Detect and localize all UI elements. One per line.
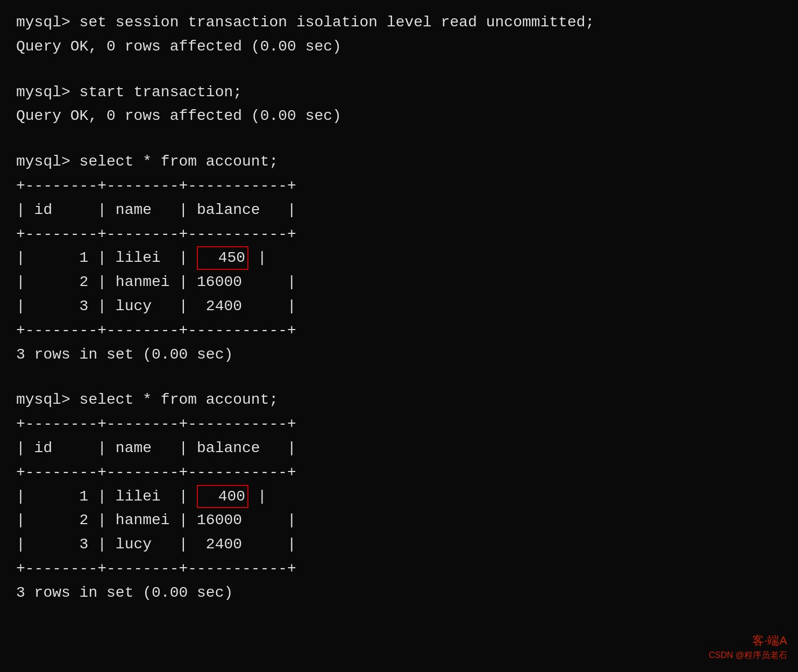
- table2-border-mid: +--------+--------+-----------+: [16, 461, 782, 485]
- cmd-select-1: mysql> select * from account;: [16, 150, 782, 174]
- watermark-subtitle: CSDN @程序员老石: [709, 649, 787, 661]
- block-start-transaction: mysql> start transaction; Query OK, 0 ro…: [16, 81, 782, 129]
- table2-border-top: +--------+--------+-----------+: [16, 412, 782, 437]
- table1-row-2: | 2 | hanmei | 16000 |: [16, 270, 782, 295]
- table2-header: | id | name | balance |: [16, 437, 782, 461]
- table1-border-mid: +--------+--------+-----------+: [16, 223, 782, 247]
- table1-row-1: | 1 | lilei | 450 |: [16, 246, 782, 270]
- table1-header: | id | name | balance |: [16, 198, 782, 223]
- table1-footer: 3 rows in set (0.00 sec): [16, 343, 782, 367]
- table2-row-3: | 3 | lucy | 2400 |: [16, 533, 782, 557]
- result-set-isolation: Query OK, 0 rows affected (0.00 sec): [16, 35, 782, 59]
- table2-row-1: | 1 | lilei | 400 |: [16, 485, 782, 509]
- terminal: mysql> set session transaction isolation…: [0, 0, 798, 672]
- spacer-2: [16, 133, 782, 150]
- cmd-start-transaction: mysql> start transaction;: [16, 81, 782, 105]
- spacer-1: [16, 63, 782, 81]
- highlight-balance-2: 400: [197, 485, 248, 508]
- cmd-set-isolation: mysql> set session transaction isolation…: [16, 11, 782, 35]
- block-select-2: mysql> select * from account; +--------+…: [16, 388, 782, 605]
- table2-footer: 3 rows in set (0.00 sec): [16, 581, 782, 605]
- spacer-3: [16, 371, 782, 388]
- table2-row-2: | 2 | hanmei | 16000 |: [16, 509, 782, 533]
- watermark: 客·端A CSDN @程序员老石: [709, 633, 787, 661]
- highlight-balance-1: 450: [197, 246, 248, 269]
- table1-row-3: | 3 | lucy | 2400 |: [16, 295, 782, 319]
- cmd-select-2: mysql> select * from account;: [16, 388, 782, 412]
- block-select-1: mysql> select * from account; +--------+…: [16, 150, 782, 367]
- watermark-title: 客·端A: [709, 633, 787, 649]
- result-start-transaction: Query OK, 0 rows affected (0.00 sec): [16, 104, 782, 128]
- table1-border-top: +--------+--------+-----------+: [16, 174, 782, 198]
- table2-border-bot: +--------+--------+-----------+: [16, 557, 782, 581]
- block-set-isolation: mysql> set session transaction isolation…: [16, 11, 782, 59]
- table1-border-bot: +--------+--------+-----------+: [16, 319, 782, 343]
